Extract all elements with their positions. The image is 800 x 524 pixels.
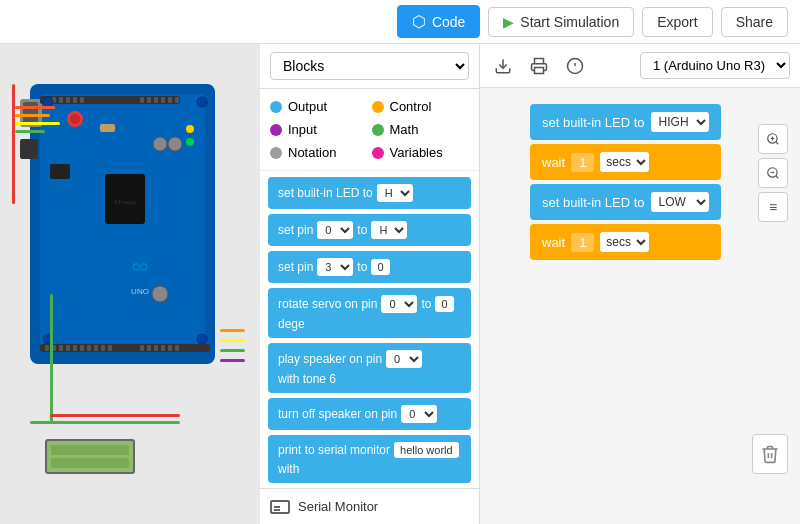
svg-rect-14: [59, 97, 63, 103]
svg-text:∞: ∞: [131, 252, 148, 279]
svg-point-48: [43, 97, 53, 107]
block-text-4b: to: [421, 297, 431, 311]
block-set-pin-value[interactable]: set pin 3012 to 0: [268, 251, 471, 283]
block-text-7b: with: [278, 462, 299, 476]
fit-icon: ≡: [769, 199, 777, 215]
svg-rect-22: [168, 97, 172, 103]
variables-label: Variables: [390, 145, 443, 160]
control-label: Control: [390, 99, 432, 114]
svg-rect-4: [20, 139, 38, 159]
code-icon: ⬡: [412, 12, 426, 31]
block-text-5b: with tone 6: [278, 372, 336, 386]
category-output[interactable]: Output: [270, 97, 368, 116]
block-text-4: rotate servo on pin: [278, 297, 377, 311]
serial-monitor-bar[interactable]: Serial Monitor: [260, 488, 479, 524]
math-label: Math: [390, 122, 419, 137]
category-grid: Output Control Input Math Notation Varia…: [260, 89, 479, 171]
canvas-block-led-low[interactable]: set built-in LED to LOWHIGH: [530, 184, 721, 220]
variables-dot: [372, 147, 384, 159]
canvas-block-text-3: set built-in LED to: [542, 195, 645, 210]
input-label: Input: [288, 122, 317, 137]
download-button[interactable]: [490, 53, 516, 79]
svg-rect-33: [101, 345, 105, 351]
block-pin-select-4[interactable]: 012: [386, 350, 422, 368]
svg-rect-40: [175, 345, 179, 351]
canvas-topbar: 1 (Arduino Uno R3): [480, 44, 800, 88]
canvas-wait-select-2[interactable]: secsms: [600, 232, 649, 252]
svg-rect-35: [140, 345, 144, 351]
trash-button[interactable]: [752, 434, 788, 474]
canvas-block-led-high[interactable]: set built-in LED to HIGHLOW: [530, 104, 721, 140]
svg-rect-24: [40, 344, 210, 352]
block-rotate-servo[interactable]: rotate servo on pin 012 to 0 dege: [268, 288, 471, 338]
print-button[interactable]: [526, 53, 552, 79]
canvas-block-text-4: wait: [542, 235, 565, 250]
code-button[interactable]: ⬡ Code: [397, 5, 480, 38]
svg-point-6: [70, 114, 80, 124]
block-text-1: set built-in LED to: [278, 186, 373, 200]
block-pin-select-5[interactable]: 012: [401, 405, 437, 423]
block-angle-0: 0: [435, 296, 453, 312]
svg-rect-31: [87, 345, 91, 351]
block-select-high-2[interactable]: HIGHLOW: [371, 221, 407, 239]
svg-rect-19: [147, 97, 151, 103]
category-math[interactable]: Math: [372, 120, 470, 139]
blocks-select[interactable]: Blocks: [270, 52, 469, 80]
svg-rect-15: [66, 97, 70, 103]
block-pin-select-2[interactable]: 3012: [317, 258, 353, 276]
canvas-wait-select-1[interactable]: secsms: [600, 152, 649, 172]
canvas-block-text-1: set built-in LED to: [542, 115, 645, 130]
serial-icon: [270, 500, 290, 514]
zoom-in-button[interactable]: [758, 124, 788, 154]
share-button[interactable]: Share: [721, 7, 788, 37]
canvas-block-wait-2[interactable]: wait 1 secsms: [530, 224, 721, 260]
start-simulation-button[interactable]: ▶ Start Simulation: [488, 7, 634, 37]
block-print-serial[interactable]: print to serial monitor hello world with: [268, 435, 471, 483]
category-variables[interactable]: Variables: [372, 143, 470, 162]
block-list: set built-in LED to HIGHLOW set pin 0123…: [260, 171, 479, 488]
device-select[interactable]: 1 (Arduino Uno R3): [640, 52, 790, 79]
category-notation[interactable]: Notation: [270, 143, 368, 162]
canvas-block-text-2: wait: [542, 155, 565, 170]
notation-dot: [270, 147, 282, 159]
zoom-controls: ≡: [758, 124, 788, 222]
start-label: Start Simulation: [520, 14, 619, 30]
svg-rect-23: [175, 97, 179, 103]
category-input[interactable]: Input: [270, 120, 368, 139]
canvas-led-select-2[interactable]: LOWHIGH: [651, 192, 709, 212]
toolbar: ⬡ Code ▶ Start Simulation Export Share: [0, 0, 800, 44]
zoom-out-button[interactable]: [758, 158, 788, 188]
svg-rect-10: [50, 164, 70, 179]
block-text-2b: to: [357, 223, 367, 237]
svg-rect-34: [108, 345, 112, 351]
block-text-7: print to serial monitor: [278, 443, 390, 457]
notation-label: Notation: [288, 145, 336, 160]
debug-button[interactable]: [562, 53, 588, 79]
svg-line-62: [776, 176, 779, 179]
serial-monitor-label: Serial Monitor: [298, 499, 378, 514]
block-set-builtin-led[interactable]: set built-in LED to HIGHLOW: [268, 177, 471, 209]
canvas-block-wait-1[interactable]: wait 1 secsms: [530, 144, 721, 180]
main-area: ATmega: [0, 44, 800, 524]
export-button[interactable]: Export: [642, 7, 712, 37]
canvas-blocks: set built-in LED to HIGHLOW wait 1 secsm…: [530, 104, 721, 260]
block-pin-select-1[interactable]: 0123: [317, 221, 353, 239]
canvas-led-select-1[interactable]: HIGHLOW: [651, 112, 709, 132]
fit-button[interactable]: ≡: [758, 192, 788, 222]
play-icon: ▶: [503, 14, 514, 30]
output-label: Output: [288, 99, 327, 114]
svg-point-51: [43, 334, 53, 344]
block-select-high[interactable]: HIGHLOW: [377, 184, 413, 202]
share-label: Share: [736, 14, 773, 30]
input-dot: [270, 124, 282, 136]
block-pin-select-3[interactable]: 012: [381, 295, 417, 313]
svg-rect-37: [154, 345, 158, 351]
svg-rect-39: [168, 345, 172, 351]
block-turn-off-speaker[interactable]: turn off speaker on pin 012: [268, 398, 471, 430]
block-play-speaker[interactable]: play speaker on pin 012 with tone 6: [268, 343, 471, 393]
category-control[interactable]: Control: [372, 97, 470, 116]
canvas-wait-val-1: 1: [571, 153, 594, 172]
svg-text:UNO: UNO: [131, 287, 149, 296]
block-set-pin-digital[interactable]: set pin 0123 to HIGHLOW: [268, 214, 471, 246]
svg-rect-26: [52, 345, 56, 351]
